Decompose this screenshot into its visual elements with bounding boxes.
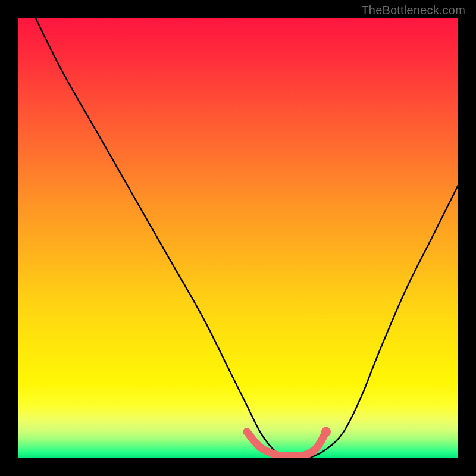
chart-frame: TheBottleneck.com bbox=[0, 0, 476, 476]
watermark-text: TheBottleneck.com bbox=[361, 4, 465, 17]
bottleneck-curve bbox=[36, 18, 458, 458]
optimal-marker-icon bbox=[321, 427, 331, 437]
optimal-band bbox=[247, 432, 326, 456]
chart-svg bbox=[18, 18, 458, 458]
plot-area bbox=[18, 18, 458, 458]
